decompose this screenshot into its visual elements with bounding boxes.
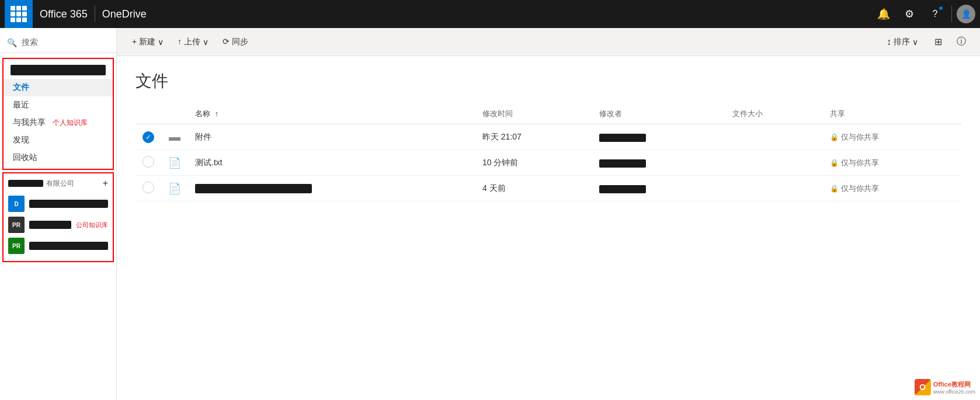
grid-view-button[interactable]: ⊞ — [929, 33, 947, 51]
upload-button[interactable]: ↑ 上传 ∨ — [172, 33, 214, 51]
col-name[interactable]: 名称 ↑ — [188, 104, 475, 124]
row-shared-2: 🔒 仅与你共享 — [823, 150, 961, 176]
lock-icon-3: 🔒 — [830, 185, 839, 193]
row-modifier-1 — [592, 124, 725, 150]
sidebar-section-nav: 文件 最近 与我共享 个人知识库 发现 回收站 — [2, 58, 114, 170]
row-size-1 — [725, 124, 823, 150]
settings-button[interactable]: ⚙ — [898, 2, 921, 26]
avatar-icon: 👤 — [961, 9, 971, 19]
info-button[interactable]: ⓘ — [952, 33, 971, 51]
user-avatar[interactable]: 👤 — [957, 5, 975, 23]
row-size-3 — [725, 176, 823, 201]
sort-asc-icon: ↑ — [215, 109, 219, 118]
table-row: 📄 4 天前 🔒 仅与你共享 — [135, 176, 961, 201]
upload-chevron: ∨ — [203, 37, 208, 47]
info-icon: ⓘ — [957, 36, 966, 48]
watermark-text-block: Office教程网 www.office26.com — [933, 380, 975, 395]
upload-label: ↑ 上传 — [178, 37, 200, 47]
modifier-redacted-3 — [599, 185, 646, 193]
help-button[interactable]: ? — [923, 2, 947, 26]
row-size-2 — [725, 150, 823, 176]
check-circle-1[interactable]: ✓ — [143, 131, 154, 143]
company-suffix: 有限公司 — [46, 179, 74, 187]
search-label[interactable]: 搜索 — [22, 37, 38, 48]
row-modified-2: 10 分钟前 — [475, 150, 592, 176]
group-item-pr2[interactable]: PR — [8, 235, 108, 256]
add-group-button[interactable]: + — [103, 178, 108, 189]
search-icon: 🔍 — [7, 38, 17, 47]
sort-button[interactable]: ↕ 排序 ∨ — [881, 33, 924, 51]
col-size: 文件大小 — [725, 104, 823, 124]
sidebar-section-groups: 有限公司 + D PR 公司知识库 PR — [2, 172, 114, 262]
office365-title: Office 365 — [40, 8, 88, 20]
row-icon-3: 📄 — [161, 176, 188, 201]
table-header: 名称 ↑ 修改时间 修改者 文件大小 共享 — [135, 104, 961, 124]
sidebar-item-discover[interactable]: 发现 — [4, 131, 113, 149]
folder-icon: ▬ — [169, 130, 180, 143]
row-checkbox-1[interactable]: ✓ — [135, 124, 161, 150]
main-layout: 🔍 搜索 文件 最近 与我共享 个人知识库 发现 回收站 — [0, 28, 980, 400]
waffle-icon — [11, 6, 27, 22]
discover-label: 发现 — [13, 135, 29, 145]
sort-icon: ↕ — [887, 37, 891, 47]
shared-info-2: 🔒 仅与你共享 — [830, 158, 954, 168]
lock-icon-1: 🔒 — [830, 133, 839, 141]
file-area: 文件 名称 ↑ 修改时间 修改者 文件大小 共享 — [117, 56, 980, 400]
group-pr1-avatar: PR — [8, 217, 25, 233]
col-name-label: 名称 — [195, 109, 210, 118]
file-name-1[interactable]: 附件 — [195, 132, 211, 141]
file-name-2[interactable]: 测试.txt — [195, 158, 223, 167]
shared-label-3: 仅与你共享 — [841, 183, 879, 194]
topbar-icons: 🔔 ⚙ ? 👤 — [872, 2, 975, 26]
toolbar: + 新建 ∨ ↑ 上传 ∨ ⟳ 同步 ↕ 排序 ∨ ⊞ — [117, 28, 980, 56]
sidebar-redacted-top — [11, 65, 106, 75]
row-name-2: 测试.txt — [188, 150, 475, 176]
topbar: Office 365 OneDrive 🔔 ⚙ ? 👤 — [0, 0, 980, 28]
sidebar-search-area: 🔍 搜索 — [0, 33, 116, 53]
new-button[interactable]: + 新建 ∨ — [126, 33, 169, 51]
sidebar: 🔍 搜索 文件 最近 与我共享 个人知识库 发现 回收站 — [0, 28, 117, 400]
app-name: OneDrive — [102, 8, 147, 20]
sidebar-item-files[interactable]: 文件 — [4, 79, 113, 96]
check-circle-3[interactable] — [143, 182, 154, 193]
content-area: + 新建 ∨ ↑ 上传 ∨ ⟳ 同步 ↕ 排序 ∨ ⊞ — [117, 28, 980, 400]
col-icon — [161, 104, 188, 124]
help-icon: ? — [933, 9, 938, 19]
file-list: ✓ ▬ 附件 昨天 21:07 — [135, 124, 961, 201]
row-shared-3: 🔒 仅与你共享 — [823, 176, 961, 201]
sidebar-item-recycle[interactable]: 回收站 — [4, 149, 113, 166]
group-item-d[interactable]: D — [8, 193, 108, 214]
sidebar-item-recent[interactable]: 最近 — [4, 96, 113, 114]
file-name-redacted-3 — [195, 184, 312, 193]
watermark: O Office教程网 www.office26.com — [915, 379, 975, 395]
sync-label: ⟳ 同步 — [223, 37, 248, 47]
row-shared-1: 🔒 仅与你共享 — [823, 124, 961, 150]
page-title: 文件 — [135, 70, 961, 92]
row-modified-3: 4 天前 — [475, 176, 592, 201]
row-checkbox-2[interactable] — [135, 150, 161, 176]
notification-dot — [939, 6, 943, 11]
sync-button[interactable]: ⟳ 同步 — [217, 33, 254, 51]
col-checkbox — [135, 104, 161, 124]
group-item-pr1[interactable]: PR 公司知识库 — [8, 214, 108, 235]
check-circle-2[interactable] — [143, 156, 154, 168]
shared-label-2: 仅与你共享 — [841, 158, 879, 168]
watermark-site-url: www.office26.com — [933, 389, 975, 395]
topbar-right-divider — [951, 6, 952, 22]
new-chevron: ∨ — [158, 37, 164, 47]
notification-button[interactable]: 🔔 — [872, 2, 895, 26]
gear-icon: ⚙ — [905, 8, 914, 20]
waffle-button[interactable] — [5, 0, 33, 28]
toolbar-right: ↕ 排序 ∨ ⊞ ⓘ — [881, 33, 971, 51]
shared-info-3: 🔒 仅与你共享 — [830, 183, 954, 194]
sidebar-item-shared[interactable]: 与我共享 个人知识库 — [4, 114, 113, 131]
row-modifier-2 — [592, 150, 725, 176]
shared-label: 与我共享 — [13, 117, 46, 128]
shared-label-1: 仅与你共享 — [841, 132, 879, 142]
watermark-logo: O — [915, 379, 931, 395]
row-icon-2: 📄 — [161, 150, 188, 176]
grid-icon: ⊞ — [934, 36, 942, 47]
group-pr1-name-redacted — [29, 221, 71, 229]
watermark-logo-icon: O — [919, 382, 926, 392]
row-checkbox-3[interactable] — [135, 176, 161, 201]
